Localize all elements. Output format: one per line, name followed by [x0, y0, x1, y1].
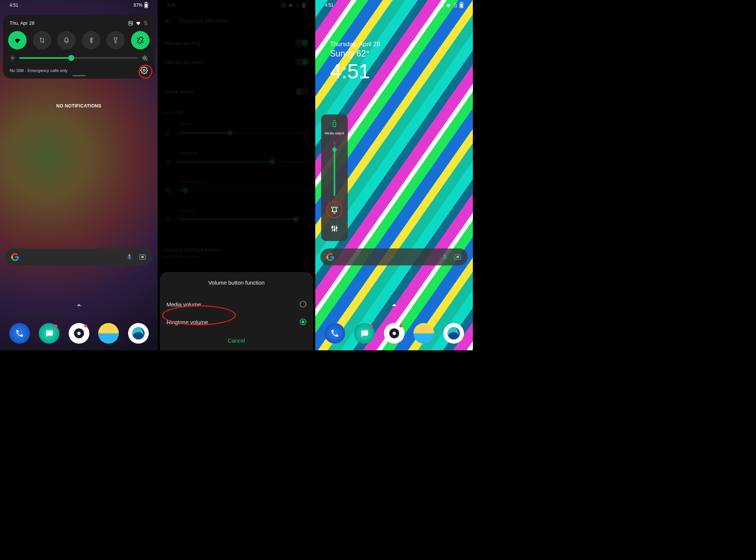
label: Media	[181, 122, 309, 127]
toggle-wifi[interactable]	[8, 31, 27, 49]
slider[interactable]	[178, 161, 309, 162]
panel-drag-handle[interactable]	[72, 75, 86, 76]
dock-app-weather[interactable]	[413, 323, 434, 344]
page-header: Sound & vibration	[164, 17, 228, 25]
dock-app-messages[interactable]	[39, 323, 59, 344]
no-sim-icon	[143, 21, 148, 25]
nfc-icon	[439, 3, 444, 8]
bottom-sheet: Volume button function Media volume Ring…	[160, 272, 313, 350]
svg-point-7	[141, 256, 144, 258]
slider[interactable]	[178, 219, 309, 220]
dock-app-camera[interactable]	[69, 323, 89, 344]
nfc-icon	[281, 3, 286, 8]
back-arrow-icon[interactable]	[164, 17, 172, 25]
battery-icon	[302, 3, 306, 8]
phone-screenshot-2: 4:50 Sound & vibration Vibrate on ring V…	[158, 0, 315, 350]
mic-icon[interactable]	[126, 253, 133, 261]
mic-icon[interactable]	[441, 253, 449, 261]
dock-app-camera[interactable]	[384, 323, 405, 344]
lens-icon[interactable]	[454, 253, 462, 261]
widget-date: Thursday, April 28	[330, 41, 380, 48]
status-bar: 4:51	[315, 0, 473, 10]
slider[interactable]	[178, 190, 309, 191]
section-volume: VOLUME	[164, 111, 184, 115]
app-drawer-handle-icon[interactable]	[77, 304, 81, 306]
label: Notifications	[181, 179, 309, 185]
cast-icon[interactable]	[330, 120, 339, 128]
svg-point-18	[336, 227, 337, 229]
switch[interactable]	[295, 88, 309, 95]
wifi-icon	[288, 3, 293, 8]
google-icon	[326, 253, 334, 261]
auto-brightness-icon[interactable]: A	[141, 55, 148, 61]
slider[interactable]	[178, 132, 309, 134]
page-title: Sound & vibration	[179, 17, 228, 25]
switch[interactable]	[295, 58, 309, 66]
row-silent-mode[interactable]: Silent mode	[164, 88, 309, 95]
subtitle: Ringtone volume	[164, 254, 221, 259]
volume-settings-button[interactable]	[327, 221, 342, 236]
status-time: 4:51	[10, 3, 18, 8]
svg-point-5	[143, 69, 145, 71]
row-volume-button-function[interactable]: Volume button function Ringtone volume	[164, 247, 221, 259]
panel-header: Thu, Apr 28	[8, 20, 150, 26]
toggle-bluetooth[interactable]	[82, 31, 100, 49]
label: Media volume	[166, 301, 201, 308]
brightness-low-icon	[10, 55, 16, 61]
option-ringtone-volume[interactable]: Ringtone volume	[166, 313, 306, 331]
lens-icon[interactable]	[138, 253, 147, 261]
toggle-flashlight[interactable]	[106, 31, 125, 49]
dock-app-weather[interactable]	[98, 323, 119, 344]
dock-app-edge[interactable]	[443, 323, 464, 344]
cancel-button[interactable]: Cancel	[166, 337, 306, 344]
svg-point-10	[77, 332, 80, 335]
ring-mode-button[interactable]	[327, 203, 342, 217]
quick-settings-panel: Thu, Apr 28 A No SIM - Emergency	[3, 14, 155, 79]
label: Ringtone volume	[166, 319, 208, 325]
switch[interactable]	[295, 39, 309, 47]
settings-gear-icon[interactable]	[140, 66, 148, 74]
phone-screenshot-1: 4:51 87% Thu, Apr 28	[0, 0, 158, 350]
bell-icon	[164, 158, 172, 165]
dock-app-phone[interactable]	[9, 323, 30, 344]
dock-app-phone[interactable]	[324, 323, 345, 344]
widget-time: 4:51	[330, 61, 380, 82]
dock-app-edge[interactable]	[128, 323, 149, 344]
search-bar[interactable]	[5, 248, 152, 265]
svg-point-23	[392, 332, 396, 335]
title: Volume button function	[164, 247, 221, 253]
label: Vibrate on ring	[164, 40, 200, 46]
music-note-icon	[164, 129, 172, 137]
option-media-volume[interactable]: Media volume	[166, 295, 306, 313]
sim-status-text: No SIM - Emergency calls only	[10, 68, 68, 73]
toggle-rotation[interactable]	[131, 31, 150, 49]
clock-widget[interactable]: Thursday, April 28 Sunny 62° 4:51	[330, 41, 380, 82]
row-vibrate-on-ring[interactable]: Vibrate on ring	[164, 39, 309, 47]
volume-media: Media	[164, 122, 309, 137]
widget-weather: Sunny 62°	[330, 49, 380, 59]
no-notifications-text: NO NOTIFICATIONS	[0, 103, 158, 109]
dock	[0, 323, 158, 344]
dock-app-messages[interactable]	[354, 323, 375, 344]
status-bar: 4:51 87%	[0, 0, 158, 10]
notification-mute-icon	[164, 187, 172, 194]
no-sim-icon	[453, 3, 458, 8]
toggle-mobile-data[interactable]	[33, 31, 51, 49]
svg-point-21	[459, 255, 460, 256]
toggle-row	[8, 31, 150, 49]
toggle-ring-mode[interactable]	[57, 31, 76, 49]
svg-point-3	[144, 57, 146, 59]
volume-slider[interactable]	[334, 141, 335, 196]
media-output-label[interactable]: Media output	[325, 131, 344, 135]
brightness-slider[interactable]	[19, 57, 138, 59]
brightness-row: A	[8, 55, 150, 61]
battery-icon	[144, 3, 148, 8]
svg-point-16	[332, 226, 333, 228]
label: Alarms	[181, 208, 309, 213]
row-vibrate-on-silent[interactable]: Vibrate on silent	[164, 58, 309, 66]
svg-point-2	[12, 57, 13, 59]
search-bar[interactable]	[320, 248, 468, 265]
svg-rect-15	[333, 122, 336, 127]
app-drawer-handle-icon[interactable]	[392, 304, 396, 306]
label: Vibrate on silent	[164, 59, 204, 65]
